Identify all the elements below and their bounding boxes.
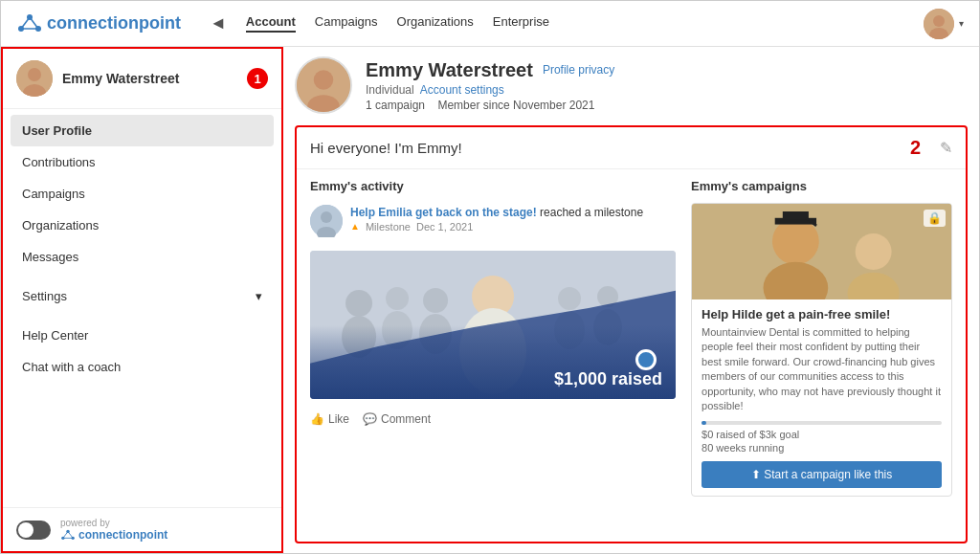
campaign-title: Help Hilde get a pain-free smile!: [702, 307, 942, 321]
nav-link-organizations[interactable]: Organizations: [397, 14, 474, 33]
logo: connectionpoint: [16, 13, 181, 34]
svg-line-4: [30, 17, 38, 29]
nav-link-enterprise[interactable]: Enterprise: [493, 14, 549, 33]
activity-text: Help Emilia get back on the stage! reach…: [350, 205, 643, 233]
main-content-box: Hi everyone! I'm Emmy! 2 ✎ Emmy's activi…: [295, 125, 968, 543]
powered-by: powered by connectionpoint: [60, 518, 167, 542]
sidebar-item-settings[interactable]: Settings ▾: [3, 280, 281, 312]
sidebar-item-help-center[interactable]: Help Center: [3, 320, 281, 351]
campaign-lock-icon: 🔒: [924, 210, 946, 227]
sidebar-item-organizations[interactable]: Organizations: [3, 210, 281, 241]
profile-name: Emmy Waterstreet Profile privacy: [366, 59, 614, 81]
campaign-image: 🔒: [692, 204, 951, 299]
campaign-body: Help Hilde get a pain-free smile! Mounta…: [692, 299, 951, 496]
profile-settings-link[interactable]: Account settings: [420, 83, 504, 97]
sidebar-user-avatar: [16, 60, 53, 97]
content-area: Emmy Waterstreet Profile privacy Individ…: [283, 47, 979, 553]
comment-button[interactable]: 💬 Comment: [363, 412, 431, 426]
svg-point-7: [933, 15, 945, 27]
activity-campaign-link[interactable]: Help Emilia get back on the stage!: [350, 206, 537, 219]
profile-subline: Individual Account settings: [366, 83, 614, 97]
svg-line-16: [68, 531, 73, 538]
activity-column-title: Emmy's activity: [310, 179, 676, 193]
svg-point-10: [28, 68, 41, 81]
campaign-weeks: 80 weeks running: [702, 442, 942, 454]
main-body: Emmy Waterstreet 1 User Profile Contribu…: [1, 47, 979, 553]
svg-point-39: [772, 218, 819, 265]
chevron-down-icon: ▾: [256, 289, 262, 303]
svg-line-3: [21, 17, 30, 29]
sidebar-item-chat-with-coach[interactable]: Chat with a coach: [3, 351, 281, 383]
greeting-text: Hi everyone! I'm Emmy!: [310, 140, 462, 156]
campaign-progress-bar: [702, 421, 942, 425]
activity-avatar: [310, 205, 343, 237]
section-badge-2: 2: [910, 137, 921, 159]
profile-avatar: [295, 56, 352, 114]
profile-privacy-link[interactable]: Profile privacy: [543, 63, 614, 77]
svg-point-27: [386, 287, 409, 310]
svg-point-25: [345, 290, 372, 317]
logo-text: connectionpoint: [47, 13, 181, 33]
toggle-icon[interactable]: [16, 521, 51, 540]
sidebar-footer: powered by connectionpoint: [3, 507, 281, 551]
svg-point-44: [856, 233, 892, 270]
profile-header: Emmy Waterstreet Profile privacy Individ…: [295, 56, 968, 125]
sidebar-user: Emmy Waterstreet 1: [3, 49, 281, 109]
campaign-description: Mountainview Dental is committed to help…: [702, 325, 942, 413]
sidebar-username: Emmy Waterstreet: [62, 71, 179, 86]
svg-line-15: [63, 531, 68, 538]
milestone-icon: ▲: [350, 221, 360, 232]
greeting-bar: Hi everyone! I'm Emmy! 2 ✎: [297, 127, 966, 169]
profile-stats: 1 campaign Member since November 2021: [366, 99, 614, 112]
activity-milestone-circle: [635, 349, 657, 370]
sidebar: Emmy Waterstreet 1 User Profile Contribu…: [1, 47, 283, 553]
nav-links: Account Campaigns Organizations Enterpri…: [246, 14, 924, 33]
activity-image: $1,000 raised: [310, 251, 676, 399]
campaign-progress-fill: [702, 421, 706, 425]
sidebar-nav: User Profile Contributions Campaigns Org…: [3, 109, 281, 507]
user-dropdown-caret[interactable]: ▾: [959, 18, 964, 29]
activity-item: Help Emilia get back on the stage! reach…: [310, 205, 676, 237]
nav-link-campaigns[interactable]: Campaigns: [315, 14, 378, 33]
activity-amount: $1,000 raised: [554, 369, 662, 389]
nav-link-account[interactable]: Account: [246, 14, 296, 33]
svg-point-29: [423, 288, 448, 313]
activity-meta: ▲ Milestone Dec 1, 2021: [350, 221, 643, 233]
like-icon: 👍: [310, 412, 324, 426]
powered-brand-label: connectionpoint: [78, 528, 167, 542]
svg-point-31: [558, 287, 581, 310]
content-columns: Emmy's activity: [297, 169, 966, 542]
profile-info: Emmy Waterstreet Profile privacy Individ…: [366, 59, 614, 112]
campaigns-column: Emmy's campaigns: [691, 179, 952, 532]
sidebar-item-messages[interactable]: Messages: [3, 241, 281, 273]
svg-point-22: [321, 211, 332, 223]
activity-actions: 👍 Like 💬 Comment: [310, 407, 676, 426]
svg-rect-42: [783, 211, 809, 219]
like-button[interactable]: 👍 Like: [310, 412, 349, 426]
activity-column: Emmy's activity: [310, 179, 676, 532]
top-nav: connectionpoint ◄ Account Campaigns Orga…: [1, 1, 979, 47]
profile-type: Individual: [366, 83, 414, 97]
campaign-card: 🔒 Help Hilde get a pain-free smile! Moun…: [691, 203, 952, 497]
comment-icon: 💬: [363, 412, 377, 426]
sidebar-badge: 1: [247, 68, 268, 89]
sidebar-item-contributions[interactable]: Contributions: [3, 146, 281, 178]
sidebar-item-campaigns[interactable]: Campaigns: [3, 178, 281, 210]
edit-icon[interactable]: ✎: [940, 139, 952, 157]
campaign-goal: $0 raised of $3k goal: [702, 429, 942, 440]
campaigns-column-title: Emmy's campaigns: [691, 179, 952, 193]
collapse-sidebar-button[interactable]: ◄: [210, 13, 227, 33]
powered-by-label: powered by: [60, 518, 110, 528]
logo-area: connectionpoint: [16, 13, 181, 34]
logo-icon: [16, 13, 43, 34]
user-avatar-top[interactable]: [924, 9, 954, 39]
start-campaign-button[interactable]: ⬆ Start a campaign like this: [702, 461, 942, 488]
svg-point-19: [314, 70, 334, 90]
sidebar-item-user-profile[interactable]: User Profile: [11, 115, 274, 146]
